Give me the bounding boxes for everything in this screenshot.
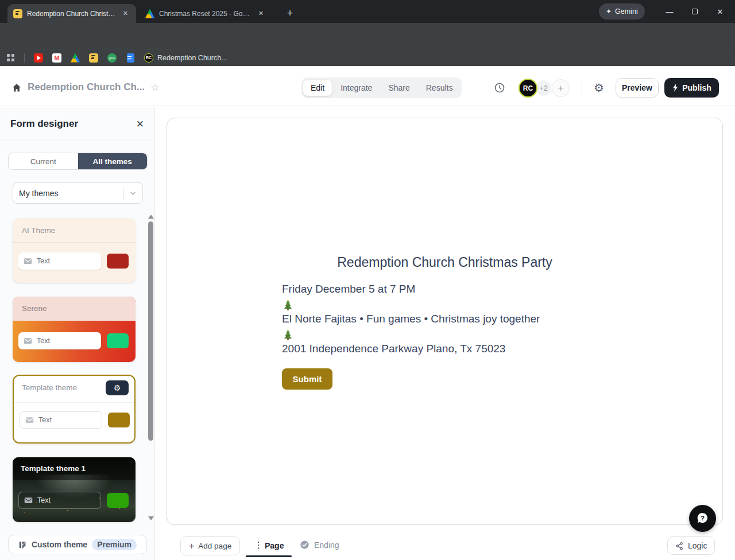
form-name-breadcrumb[interactable]: Redemption Church Ch... bbox=[28, 81, 145, 93]
window-close-button[interactable]: ✕ bbox=[707, 0, 733, 23]
logic-button[interactable]: Logic bbox=[667, 536, 715, 555]
publish-label: Publish bbox=[682, 83, 711, 92]
fillout-bookmark-icon[interactable] bbox=[89, 53, 98, 63]
scroll-down-arrow[interactable] bbox=[148, 516, 154, 520]
gemini-button[interactable]: ✦ Gemini bbox=[599, 3, 645, 20]
theme-settings-button[interactable]: ⚙ bbox=[106, 380, 129, 395]
help-bubble-icon: ? bbox=[695, 511, 710, 526]
window-minimize-button[interactable]: — bbox=[657, 0, 682, 23]
theme-card-name: Serene bbox=[22, 304, 47, 313]
toggle-current[interactable]: Current bbox=[9, 153, 78, 169]
check-circle-icon bbox=[300, 540, 310, 550]
new-tab-button[interactable]: + bbox=[283, 6, 297, 21]
publish-button[interactable]: Publish bbox=[664, 78, 719, 98]
paint-icon bbox=[18, 540, 27, 549]
envelope-icon bbox=[24, 258, 32, 265]
toggle-all-themes[interactable]: All themes bbox=[78, 153, 148, 169]
tab-title: Redemption Church Christmas bbox=[27, 10, 116, 18]
scroll-up-arrow[interactable] bbox=[148, 215, 154, 219]
theme-field-label: Text bbox=[37, 257, 50, 265]
gloo-bookmark-icon[interactable]: gloo bbox=[107, 53, 117, 63]
browser-tab-active[interactable]: Redemption Church Christmas ✕ bbox=[7, 4, 136, 23]
favorite-star-icon[interactable]: ☆ bbox=[150, 81, 159, 94]
docs-bookmark-icon[interactable] bbox=[126, 53, 135, 63]
theme-field-label: Text bbox=[38, 416, 52, 424]
tab-share[interactable]: Share bbox=[381, 80, 417, 96]
tab-integrate[interactable]: Integrate bbox=[333, 80, 380, 96]
gmail-bookmark-icon[interactable]: M bbox=[52, 53, 61, 63]
home-icon[interactable] bbox=[11, 83, 22, 95]
apps-grid-icon[interactable] bbox=[7, 54, 15, 62]
theme-card-template-theme-1[interactable]: Template theme 1 Text bbox=[13, 457, 136, 522]
browser-titlebar: Redemption Church Christmas ✕ Christmas … bbox=[0, 0, 735, 23]
form-line-datetime[interactable]: Friday December 5 at 7 PM bbox=[282, 283, 415, 295]
theme-field-label: Text bbox=[37, 337, 50, 345]
christmas-tree-icon bbox=[284, 329, 292, 340]
tab-close-icon[interactable]: ✕ bbox=[256, 9, 266, 18]
field-lights-decoration bbox=[13, 457, 14, 458]
version-history-icon[interactable] bbox=[494, 82, 505, 96]
help-button[interactable]: ? bbox=[689, 505, 716, 532]
theme-card-serene[interactable]: Serene Text bbox=[13, 297, 136, 362]
preview-button[interactable]: Preview bbox=[616, 78, 659, 98]
form-heading[interactable]: Redemption Church Christmas Party bbox=[167, 255, 722, 270]
page-tab[interactable]: Page bbox=[265, 541, 284, 550]
drive-bookmark-icon[interactable] bbox=[71, 53, 80, 63]
dropdown-divider bbox=[123, 187, 124, 200]
form-canvas[interactable]: Redemption Church Christmas Party Friday… bbox=[167, 118, 723, 525]
close-panel-icon[interactable]: ✕ bbox=[136, 118, 144, 130]
submit-button[interactable]: Submit bbox=[282, 368, 332, 390]
theme-card-name: AI Theme bbox=[22, 226, 55, 235]
theme-button-swatch bbox=[107, 493, 129, 508]
scrollbar-thumb[interactable] bbox=[148, 221, 153, 441]
themes-dropdown[interactable]: My themes bbox=[13, 182, 143, 204]
theme-preview-field: Text bbox=[18, 492, 101, 509]
theme-card-ai-theme[interactable]: AI Theme Text bbox=[13, 218, 136, 283]
window-maximize-button[interactable] bbox=[682, 0, 707, 23]
tab-close-icon[interactable]: ✕ bbox=[121, 9, 130, 18]
tab-edit[interactable]: Edit bbox=[303, 80, 332, 96]
christmas-tree-icon bbox=[284, 300, 292, 310]
panel-title: Form designer bbox=[10, 118, 78, 130]
themes-dropdown-value: My themes bbox=[19, 189, 123, 198]
form-line-address[interactable]: 2001 Independence Parkway Plano, Tx 7502… bbox=[282, 343, 505, 355]
tab-results[interactable]: Results bbox=[419, 80, 461, 96]
card-divider bbox=[13, 242, 136, 243]
workspace-avatar[interactable]: RC bbox=[519, 79, 537, 98]
settings-gear-icon[interactable]: ⚙ bbox=[594, 81, 604, 95]
add-page-button[interactable]: + Add page bbox=[180, 536, 240, 555]
bookmark-redemption-church[interactable]: RC Redemption Church... bbox=[144, 53, 227, 63]
maximize-icon bbox=[692, 9, 698, 14]
theme-button-swatch bbox=[107, 333, 129, 348]
form-designer-panel: Form designer ✕ Current All themes My th… bbox=[0, 107, 155, 560]
gemini-label: Gemini bbox=[615, 7, 638, 15]
chevron-down-icon bbox=[129, 189, 137, 197]
bookmarks-bar: M gloo RC Redemption Church... bbox=[0, 49, 735, 66]
youtube-bookmark-icon[interactable] bbox=[34, 53, 43, 63]
logic-branch-icon bbox=[675, 542, 684, 550]
fillout-favicon-icon bbox=[13, 9, 22, 18]
ending-tab[interactable]: Ending bbox=[300, 540, 339, 550]
svg-text:?: ? bbox=[701, 515, 705, 522]
add-collaborator-button[interactable]: + bbox=[552, 79, 570, 97]
browser-tab-inactive[interactable]: Christmas Reset 2025 - Google ✕ bbox=[140, 4, 272, 23]
theme-card-template-theme[interactable]: Template theme ⚙ Text bbox=[13, 375, 136, 444]
add-page-label: Add page bbox=[198, 542, 231, 550]
theme-preview-field: Text bbox=[20, 411, 102, 429]
rc-logo-icon: RC bbox=[144, 53, 153, 63]
logic-label: Logic bbox=[688, 541, 707, 550]
lightning-icon bbox=[672, 84, 679, 92]
custom-theme-button[interactable]: Custom theme Premium bbox=[8, 535, 147, 554]
app-window: Redemption Church Christmas ✕ Christmas … bbox=[0, 0, 735, 560]
theme-preview-field: Text bbox=[18, 332, 101, 349]
editor-nav-tabs: Edit Integrate Share Results bbox=[301, 77, 462, 98]
envelope-icon bbox=[24, 337, 32, 344]
active-page-indicator bbox=[246, 555, 292, 557]
theme-button-swatch bbox=[108, 413, 130, 427]
page-menu-icon[interactable]: ⋮ bbox=[254, 540, 263, 550]
premium-badge: Premium bbox=[92, 539, 137, 550]
form-line-details[interactable]: El Norte Fajitas • Fun games • Christmas… bbox=[282, 313, 540, 325]
theme-card-name: Template theme 1 bbox=[21, 464, 86, 473]
custom-theme-label: Custom theme bbox=[32, 540, 87, 549]
bookmarks-separator bbox=[24, 53, 25, 63]
